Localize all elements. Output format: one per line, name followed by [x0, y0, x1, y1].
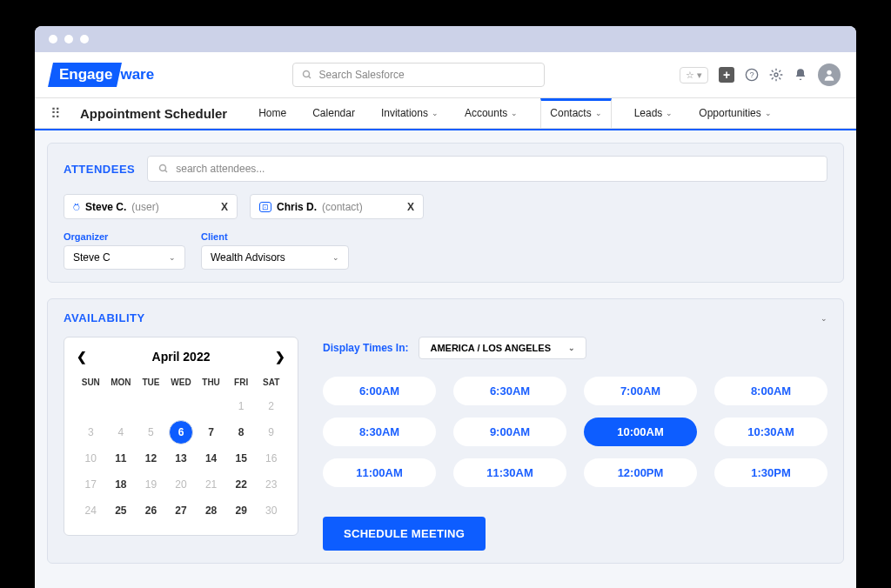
global-search-input[interactable]: Search Salesforce	[292, 63, 545, 87]
attendees-panel: ATTENDEES search attendees... ⍥Steve C. …	[47, 143, 844, 283]
svg-point-6	[160, 165, 166, 171]
nav-bar: ⠿ Appointment Scheduler HomeCalendarInvi…	[35, 98, 856, 129]
time-slot[interactable]: 11:00AM	[323, 458, 436, 487]
nav-item-invitations[interactable]: Invitations ⌄	[378, 98, 442, 128]
calendar-day[interactable]: 7	[197, 420, 225, 444]
calendar-day[interactable]: 28	[197, 498, 225, 523]
nav-item-opportunities[interactable]: Opportunities ⌄	[695, 98, 774, 128]
chip-name: Chris D.	[277, 201, 317, 213]
calendar-day[interactable]: 2	[257, 394, 285, 418]
calendar-day[interactable]: 10	[77, 446, 105, 471]
nav-item-home[interactable]: Home	[255, 98, 290, 128]
calendar-dow: FRI	[227, 372, 256, 392]
time-slot[interactable]: 10:30AM	[714, 418, 827, 446]
user-avatar[interactable]	[818, 63, 841, 86]
app-launcher-icon[interactable]: ⠿	[50, 105, 61, 122]
nav-item-contacts[interactable]: Contacts ⌄	[540, 98, 611, 128]
calendar-dow: THU	[197, 372, 225, 392]
calendar-day[interactable]: 6	[169, 420, 193, 444]
window-dot-icon[interactable]	[80, 35, 89, 43]
chip-role: (user)	[131, 201, 158, 213]
calendar-day[interactable]: 13	[167, 446, 196, 471]
calendar-day	[197, 394, 225, 418]
client-select[interactable]: Wealth Advisors ⌄	[201, 245, 349, 270]
svg-text:?: ?	[749, 70, 754, 79]
calendar-day[interactable]: 15	[227, 446, 256, 471]
help-icon[interactable]: ?	[745, 68, 759, 82]
attendee-chip: ⊡Chris D. (contact)X	[250, 194, 424, 219]
calendar-day[interactable]: 3	[77, 420, 105, 444]
calendar-day[interactable]: 24	[77, 498, 105, 523]
search-icon	[302, 70, 312, 80]
svg-point-4	[774, 73, 778, 77]
calendar-day[interactable]: 18	[107, 472, 136, 497]
chevron-down-icon: ⌄	[169, 253, 176, 262]
chip-role: (contact)	[322, 201, 363, 213]
timezone-select[interactable]: AMERICA / LOS ANGELES ⌄	[419, 337, 586, 359]
calendar-day[interactable]: 20	[167, 472, 196, 497]
calendar-day	[167, 394, 196, 418]
calendar-day[interactable]: 8	[227, 420, 256, 444]
calendar-next-icon[interactable]: ❯	[275, 350, 285, 364]
remove-chip-icon[interactable]: X	[407, 201, 414, 213]
calendar-day[interactable]: 14	[197, 446, 225, 471]
add-button[interactable]: +	[719, 67, 734, 83]
calendar-day[interactable]: 23	[257, 472, 285, 497]
remove-chip-icon[interactable]: X	[221, 201, 228, 213]
time-slot[interactable]: 7:00AM	[584, 377, 697, 405]
calendar-day[interactable]: 22	[227, 472, 256, 497]
calendar-day[interactable]: 17	[77, 472, 105, 497]
gear-icon[interactable]	[769, 68, 783, 82]
time-slot[interactable]: 10:00AM	[584, 418, 697, 446]
calendar-day[interactable]: 1	[227, 394, 256, 418]
schedule-meeting-button[interactable]: SCHEDULE MEETING	[323, 517, 486, 551]
calendar-grid: SUNMONTUEWEDTHUFRISAT1234567891011121314…	[77, 372, 285, 523]
app-title: Appointment Scheduler	[80, 106, 227, 121]
time-slot[interactable]: 8:30AM	[323, 418, 436, 446]
window-dot-icon[interactable]	[64, 35, 73, 43]
time-slot[interactable]: 12:00PM	[584, 458, 697, 487]
calendar-month: April 2022	[152, 350, 211, 364]
nav-item-label: Accounts	[465, 107, 507, 119]
calendar-dow: WED	[167, 372, 196, 392]
favorites-button[interactable]: ☆ ▾	[680, 67, 708, 84]
organizer-select[interactable]: Steve C ⌄	[64, 245, 185, 270]
calendar-day[interactable]: 4	[107, 420, 136, 444]
collapse-icon[interactable]: ⌄	[821, 314, 827, 323]
calendar-day[interactable]: 5	[137, 420, 165, 444]
calendar-day[interactable]: 27	[167, 498, 196, 523]
bell-icon[interactable]	[794, 68, 807, 82]
calendar-day[interactable]: 11	[107, 446, 136, 471]
window-dot-icon[interactable]	[49, 35, 57, 43]
calendar-prev-icon[interactable]: ❮	[77, 350, 87, 364]
time-slot[interactable]: 6:00AM	[323, 377, 436, 405]
chip-name: Steve C.	[85, 201, 126, 213]
organizer-label: Organizer	[64, 231, 185, 242]
calendar-day[interactable]: 25	[107, 498, 136, 523]
attendees-search-input[interactable]: search attendees...	[147, 156, 827, 182]
calendar-day[interactable]: 16	[257, 446, 285, 471]
nav-item-label: Home	[258, 107, 286, 119]
time-slot[interactable]: 11:30AM	[453, 458, 566, 487]
svg-line-7	[165, 170, 168, 173]
calendar-day[interactable]: 12	[137, 446, 165, 471]
app-window: Engageware Search Salesforce ☆ ▾ + ? ⠿ A…	[35, 26, 856, 588]
nav-item-leads[interactable]: Leads ⌄	[631, 98, 677, 128]
calendar-day[interactable]: 30	[257, 498, 285, 523]
person-icon	[822, 68, 836, 82]
calendar-day[interactable]: 29	[227, 498, 256, 523]
time-slot[interactable]: 1:30PM	[714, 458, 827, 487]
time-slot[interactable]: 8:00AM	[714, 377, 827, 405]
nav-item-calendar[interactable]: Calendar	[309, 98, 358, 128]
time-slot[interactable]: 9:00AM	[453, 418, 566, 446]
chevron-down-icon: ⌄	[332, 253, 339, 262]
attendees-search-placeholder: search attendees...	[176, 163, 265, 175]
chevron-down-icon: ⌄	[511, 109, 518, 117]
calendar-day[interactable]: 19	[137, 472, 165, 497]
time-slot[interactable]: 6:30AM	[453, 377, 566, 405]
calendar-day[interactable]: 21	[197, 472, 225, 497]
calendar-day[interactable]: 26	[137, 498, 165, 523]
calendar-day[interactable]: 9	[257, 420, 285, 444]
nav-item-accounts[interactable]: Accounts ⌄	[461, 98, 521, 128]
chevron-down-icon: ⌄	[666, 109, 673, 117]
